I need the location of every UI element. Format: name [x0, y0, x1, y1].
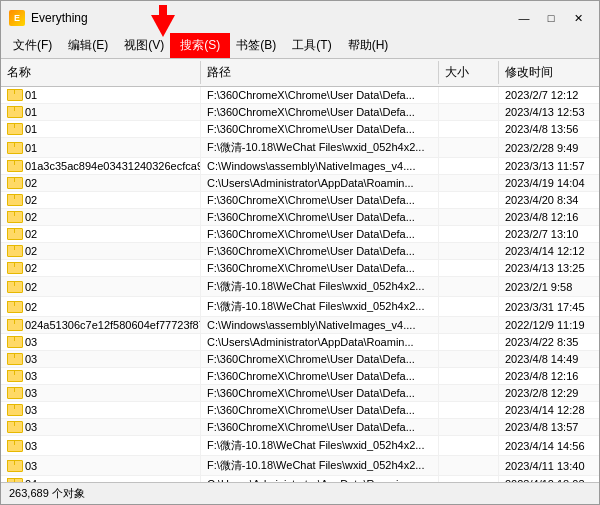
folder-icon	[7, 353, 21, 365]
cell-date: 2022/12/9 11:19	[499, 317, 599, 333]
table-row[interactable]: 02F:\360ChromeX\Chrome\User Data\Defa...…	[1, 209, 599, 226]
cell-name: 02	[1, 297, 201, 316]
cell-name: 03	[1, 419, 201, 435]
file-name: 02	[25, 301, 37, 313]
folder-icon	[7, 177, 21, 189]
table-row[interactable]: 03C:\Users\Administrator\AppData\Roamin.…	[1, 334, 599, 351]
cell-name: 03	[1, 351, 201, 367]
cell-name: 02	[1, 226, 201, 242]
cell-name: 024a51306c7e12f580604ef77723f877	[1, 317, 201, 333]
cell-name: 03	[1, 334, 201, 350]
cell-date: 2023/4/11 13:40	[499, 456, 599, 475]
cell-path: F:\360ChromeX\Chrome\User Data\Defa...	[201, 243, 439, 259]
cell-name: 01	[1, 87, 201, 103]
table-row[interactable]: 03F:\微清-10.18\WeChat Files\wxid_052h4x2.…	[1, 436, 599, 456]
cell-size	[439, 419, 499, 435]
cell-size	[439, 138, 499, 157]
table-body[interactable]: 01F:\360ChromeX\Chrome\User Data\Defa...…	[1, 87, 599, 482]
cell-size	[439, 351, 499, 367]
cell-size	[439, 158, 499, 174]
file-name: 02	[25, 194, 37, 206]
file-name: 01	[25, 142, 37, 154]
table-row[interactable]: 02F:\360ChromeX\Chrome\User Data\Defa...…	[1, 192, 599, 209]
cell-size	[439, 260, 499, 276]
cell-path: F:\360ChromeX\Chrome\User Data\Defa...	[201, 419, 439, 435]
cell-path: F:\360ChromeX\Chrome\User Data\Defa...	[201, 121, 439, 137]
table-row[interactable]: 02F:\360ChromeX\Chrome\User Data\Defa...…	[1, 226, 599, 243]
cell-name: 01	[1, 121, 201, 137]
cell-date: 2023/4/14 12:12	[499, 243, 599, 259]
cell-date: 2023/4/14 14:56	[499, 436, 599, 455]
cell-path: C:\Windows\assembly\NativeImages_v4....	[201, 158, 439, 174]
cell-size	[439, 121, 499, 137]
folder-icon	[7, 421, 21, 433]
folder-icon	[7, 228, 21, 240]
cell-path: F:\360ChromeX\Chrome\User Data\Defa...	[201, 368, 439, 384]
table-row[interactable]: 02F:\360ChromeX\Chrome\User Data\Defa...…	[1, 243, 599, 260]
folder-icon	[7, 123, 21, 135]
table-row[interactable]: 02F:\微清-10.18\WeChat Files\wxid_052h4x2.…	[1, 277, 599, 297]
menu-tools[interactable]: 工具(T)	[284, 35, 339, 56]
folder-icon	[7, 387, 21, 399]
col-header-size[interactable]: 大小	[439, 61, 499, 84]
menu-help[interactable]: 帮助(H)	[340, 35, 397, 56]
folder-icon	[7, 460, 21, 472]
cell-date: 2023/4/8 14:49	[499, 351, 599, 367]
cell-name: 01	[1, 104, 201, 120]
folder-icon	[7, 478, 21, 482]
cell-path: F:\360ChromeX\Chrome\User Data\Defa...	[201, 385, 439, 401]
file-list-container: 名称 路径 大小 修改时间 01F:\360ChromeX\Chrome\Use…	[1, 59, 599, 482]
cell-size	[439, 243, 499, 259]
close-button[interactable]: ✕	[565, 9, 591, 27]
cell-size	[439, 385, 499, 401]
table-row[interactable]: 03F:\360ChromeX\Chrome\User Data\Defa...…	[1, 419, 599, 436]
menu-search[interactable]: 搜索(S)	[172, 35, 228, 56]
cell-name: 03	[1, 385, 201, 401]
cell-name: 02	[1, 243, 201, 259]
table-row[interactable]: 02C:\Users\Administrator\AppData\Roamin.…	[1, 175, 599, 192]
menu-edit[interactable]: 编辑(E)	[60, 35, 116, 56]
cell-name: 02	[1, 192, 201, 208]
col-header-path[interactable]: 路径	[201, 61, 439, 84]
folder-icon	[7, 319, 21, 331]
table-row[interactable]: 03F:\360ChromeX\Chrome\User Data\Defa...…	[1, 368, 599, 385]
table-row[interactable]: 01F:\360ChromeX\Chrome\User Data\Defa...…	[1, 87, 599, 104]
col-header-date[interactable]: 修改时间	[499, 61, 599, 84]
cell-size	[439, 317, 499, 333]
menu-view[interactable]: 视图(V)	[116, 35, 172, 56]
col-header-name[interactable]: 名称	[1, 61, 201, 84]
maximize-button[interactable]: □	[538, 9, 564, 27]
title-left: E Everything	[9, 10, 88, 26]
cell-path: F:\微清-10.18\WeChat Files\wxid_052h4x2...	[201, 277, 439, 296]
cell-name: 01	[1, 138, 201, 157]
file-name: 024a51306c7e12f580604ef77723f877	[25, 319, 201, 331]
folder-icon	[7, 301, 21, 313]
minimize-button[interactable]: —	[511, 9, 537, 27]
file-name: 03	[25, 421, 37, 433]
cell-path: F:\360ChromeX\Chrome\User Data\Defa...	[201, 87, 439, 103]
table-row[interactable]: 01F:\360ChromeX\Chrome\User Data\Defa...…	[1, 104, 599, 121]
file-name: 03	[25, 404, 37, 416]
table-row[interactable]: 01F:\360ChromeX\Chrome\User Data\Defa...…	[1, 121, 599, 138]
table-row[interactable]: 03F:\360ChromeX\Chrome\User Data\Defa...…	[1, 385, 599, 402]
table-row[interactable]: 01a3c35ac894e03431240326ecfca933C:\Windo…	[1, 158, 599, 175]
table-row[interactable]: 03F:\360ChromeX\Chrome\User Data\Defa...…	[1, 351, 599, 368]
table-row[interactable]: 02F:\微清-10.18\WeChat Files\wxid_052h4x2.…	[1, 297, 599, 317]
menu-file[interactable]: 文件(F)	[5, 35, 60, 56]
cell-name: 01a3c35ac894e03431240326ecfca933	[1, 158, 201, 174]
cell-date: 2023/3/13 11:57	[499, 158, 599, 174]
cell-name: 03	[1, 456, 201, 475]
table-row[interactable]: 02F:\360ChromeX\Chrome\User Data\Defa...…	[1, 260, 599, 277]
folder-icon	[7, 194, 21, 206]
table-row[interactable]: 03F:\微清-10.18\WeChat Files\wxid_052h4x2.…	[1, 456, 599, 476]
cell-date: 2023/4/8 12:16	[499, 209, 599, 225]
table-row[interactable]: 024a51306c7e12f580604ef77723f877C:\Windo…	[1, 317, 599, 334]
cell-name: 02	[1, 277, 201, 296]
menu-bookmarks[interactable]: 书签(B)	[228, 35, 284, 56]
file-name: 02	[25, 177, 37, 189]
table-row[interactable]: 03F:\360ChromeX\Chrome\User Data\Defa...…	[1, 402, 599, 419]
file-name: 02	[25, 245, 37, 257]
cell-size	[439, 277, 499, 296]
table-row[interactable]: 01F:\微清-10.18\WeChat Files\wxid_052h4x2.…	[1, 138, 599, 158]
cell-size	[439, 87, 499, 103]
